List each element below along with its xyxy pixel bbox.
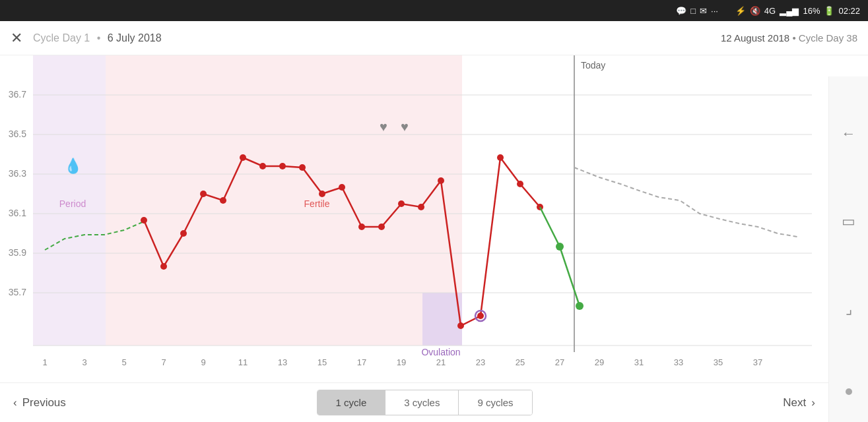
y-label-4: 36.1: [9, 208, 26, 218]
data-point-5: [141, 217, 147, 224]
today-label: Today: [581, 60, 605, 71]
square-icon[interactable]: ▭: [842, 213, 855, 230]
bottom-bar: ‹ Previous 1 cycle 3 cycles 9 cycles Nex…: [0, 382, 828, 422]
cycle-tabs: 1 cycle 3 cycles 9 cycles: [317, 390, 533, 415]
prev-arrow-icon: ‹: [13, 396, 17, 409]
data-point-17: [358, 224, 365, 230]
x-label-35: 35: [714, 357, 723, 367]
x-label-7: 7: [161, 357, 166, 367]
cycle-info-left: Cycle Day 1 • 6 July 2018: [33, 32, 162, 44]
battery-level: 16%: [803, 6, 820, 16]
data-point-19: [398, 200, 405, 207]
prediction-line: [574, 167, 797, 237]
heart-icon-1: ♥: [380, 119, 387, 134]
instagram-icon: □: [690, 6, 696, 16]
x-label-23: 23: [476, 357, 485, 367]
x-label-25: 25: [516, 357, 525, 367]
data-point-18: [378, 224, 385, 230]
time-display: 02:22: [838, 6, 860, 16]
data-point-11: [240, 154, 246, 161]
x-label-27: 27: [555, 357, 564, 367]
back-arrow-icon[interactable]: ←: [842, 125, 856, 142]
data-point-20: [418, 204, 424, 210]
x-label-33: 33: [674, 357, 683, 367]
cycle-day-right: Cycle Day 38: [799, 32, 857, 44]
x-label-15: 15: [317, 357, 327, 367]
data-point-23: [477, 313, 484, 319]
next-label: Next: [783, 396, 806, 409]
y-label-2: 36.5: [9, 129, 26, 139]
x-label-21: 21: [436, 357, 446, 367]
signal-icon: 4G: [764, 6, 776, 16]
mute-icon: 🔇: [750, 6, 760, 16]
data-point-7a: [160, 263, 167, 270]
fertile-label: Fertile: [304, 198, 330, 209]
x-label-1: 1: [42, 357, 47, 367]
x-label-9: 9: [201, 357, 205, 367]
status-icons: 💬 □ ✉ ··· ⚡ 🔇 4G ▂▄▆ 16% 🔋 02:22: [676, 6, 860, 16]
data-point-14: [299, 164, 306, 171]
header-right: 12 August 2018 • Cycle Day 38: [721, 32, 857, 44]
data-point-21: [438, 177, 444, 184]
data-point-26: [517, 181, 523, 187]
period-label: Period: [59, 198, 86, 209]
green-point-27: [556, 243, 564, 251]
data-point-10: [220, 197, 226, 204]
data-point-25: [497, 154, 504, 161]
more-icon: ···: [711, 6, 718, 16]
green-line-post: [540, 207, 580, 306]
y-label-5: 35.9: [9, 247, 26, 258]
mail-icon: ✉: [700, 6, 707, 16]
chat-icon: 💬: [676, 6, 686, 16]
tab-9-cycles[interactable]: 9 cycles: [459, 390, 531, 415]
tab-1-cycle[interactable]: 1 cycle: [317, 390, 386, 415]
y-label-6: 35.7: [9, 287, 26, 297]
data-point-12: [259, 163, 266, 169]
data-point-7b: [180, 230, 187, 237]
header-left: ✕ Cycle Day 1 • 6 July 2018: [11, 30, 162, 47]
x-label-19: 19: [397, 357, 406, 367]
x-label-11: 11: [238, 357, 248, 367]
corner-icon[interactable]: ⌟: [846, 301, 852, 318]
x-label-31: 31: [634, 357, 644, 367]
green-point-28: [576, 302, 584, 310]
x-label-37: 37: [753, 357, 762, 367]
data-point-15: [319, 191, 325, 197]
cycle-day-left: Cycle Day 1: [33, 32, 90, 44]
previous-label: Previous: [22, 396, 66, 409]
header: ✕ Cycle Day 1 • 6 July 2018 12 August 20…: [0, 21, 868, 55]
temperature-chart: 36.7 36.5 36.3 36.1 35.9 35.7 1 3 5 7 9 …: [0, 55, 828, 378]
tab-3-cycles[interactable]: 3 cycles: [385, 390, 459, 415]
header-date-left: 6 July 2018: [108, 32, 162, 44]
data-point-9: [200, 191, 207, 197]
header-dot-left: •: [97, 32, 101, 44]
next-arrow-icon: ›: [811, 396, 815, 409]
sidebar-right: ← ▭ ⌟: [828, 76, 868, 422]
x-label-3: 3: [82, 357, 86, 367]
network-bars: ▂▄▆: [780, 6, 799, 16]
next-button[interactable]: Next ›: [783, 396, 815, 409]
y-label-1: 36.7: [9, 89, 26, 100]
chart-container: 36.7 36.5 36.3 36.1 35.9 35.7 1 3 5 7 9 …: [0, 55, 828, 378]
data-point-16: [339, 184, 345, 191]
dot-indicator: [846, 388, 852, 395]
previous-button[interactable]: ‹ Previous: [13, 396, 66, 409]
heart-icon-2: ♥: [401, 119, 409, 134]
header-date-right: 12 August 2018: [721, 32, 789, 44]
data-point-22: [457, 322, 464, 329]
close-button[interactable]: ✕: [11, 30, 22, 47]
x-label-29: 29: [595, 357, 604, 367]
y-label-3: 36.3: [9, 168, 26, 179]
x-label-13: 13: [278, 357, 287, 367]
x-label-5: 5: [121, 357, 126, 367]
ovulation-region: [422, 293, 462, 346]
battery-icon: 🔋: [824, 6, 834, 16]
data-point-13: [279, 163, 286, 169]
fertile-region: [106, 55, 462, 346]
status-bar: 💬 □ ✉ ··· ⚡ 🔇 4G ▂▄▆ 16% 🔋 02:22: [0, 0, 868, 21]
ovulation-label: Ovulation: [421, 347, 460, 357]
header-dot-right: •: [792, 32, 798, 44]
x-label-17: 17: [357, 357, 366, 367]
period-icon: 💧: [64, 157, 83, 175]
bluetooth-icon: ⚡: [735, 6, 746, 16]
